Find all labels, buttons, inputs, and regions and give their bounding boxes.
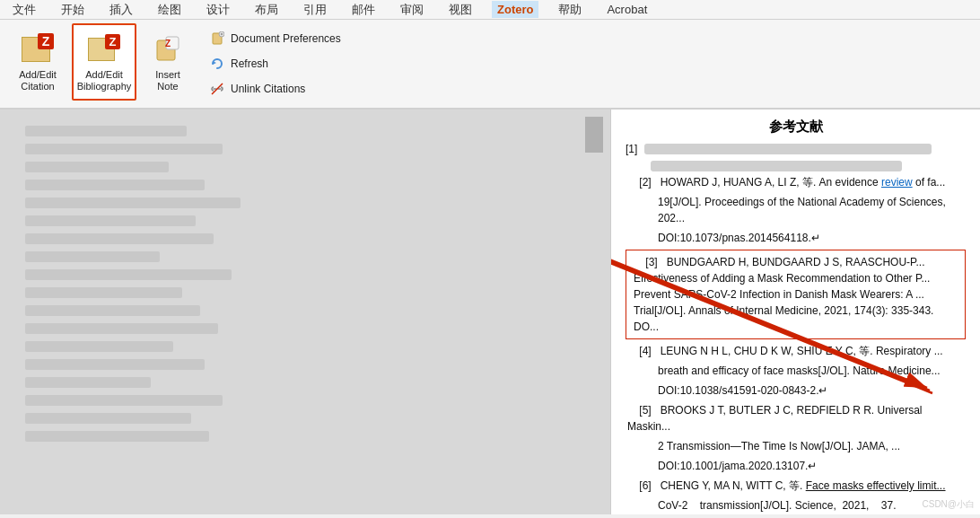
insert-note-icon: Z [150, 31, 186, 67]
ref-item-3-highlight: [3] BUNDGAARD H, BUNDGAARD J S, RAASCHOU… [626, 250, 966, 339]
menu-file[interactable]: 文件 [7, 0, 41, 20]
menu-insert[interactable]: 插入 [104, 0, 138, 20]
ref-review-link[interactable]: review [881, 176, 913, 189]
unlink-citations-button[interactable]: Unlink Citations [203, 77, 347, 101]
menu-bar: 文件 开始 插入 绘图 设计 布局 引用 邮件 审阅 视图 Zotero 帮助 … [0, 0, 980, 20]
ref-item-2-doi: DOI:10.1073/pnas.2014564118.↵ [626, 230, 966, 246]
menu-zotero[interactable]: Zotero [492, 1, 538, 18]
ref-item-5-line2: 2 Transmission—The Time Is Now[J/OL]. JA… [626, 438, 966, 454]
menu-acrobat[interactable]: Acrobat [601, 1, 652, 18]
unlink-citations-icon [209, 81, 225, 97]
refresh-button[interactable]: Refresh [203, 52, 347, 75]
ref-item-3-line4: Trial[J/OL]. Annals of Internal Medicine… [632, 303, 959, 335]
document-preferences-button[interactable]: Document Preferences [203, 27, 347, 50]
ref-item-4-line2: breath and efficacy of face masks[J/OL].… [626, 363, 966, 379]
ref-item-5-line1: [5] BROOKS J T, BUTLER J C, REDFIELD R R… [626, 402, 966, 435]
ref-item-6-line2: CoV-2 transmission[J/OL]. Science, 2021,… [626, 497, 966, 514]
menu-reference[interactable]: 引用 [298, 0, 332, 20]
insert-note-button[interactable]: Z InsertNote [144, 23, 192, 101]
insert-note-label: InsertNote [155, 69, 180, 92]
document-sidebar [0, 110, 610, 514]
ref-item-2: [2] HOWARD J, HUANG A, LI Z, 等. An evide… [626, 174, 966, 190]
ref-item-4-doi: DOI:10.1038/s41591-020-0843-2.↵ [626, 382, 966, 399]
ref-item-3-line1: [3] BUNDGAARD H, BUNDGAARD J S, RAASCHOU… [632, 254, 959, 270]
ribbon: Z Add/EditCitation Z Add/EditBibliograph… [0, 20, 980, 110]
menu-design[interactable]: 设计 [201, 0, 235, 20]
ref-item-2-cont: 19[J/OL]. Proceedings of the National Ac… [626, 194, 966, 226]
small-tools-group: Document Preferences Refresh Unlink Ci [199, 23, 351, 104]
ref-item-5-doi: DOI:10.1001/jama.2020.13107.↵ [626, 458, 966, 474]
unlink-citations-label: Unlink Citations [231, 83, 305, 95]
add-edit-citation-button[interactable]: Z Add/EditCitation [7, 23, 68, 101]
menu-mail[interactable]: 邮件 [346, 0, 381, 20]
menu-review[interactable]: 审阅 [395, 0, 429, 20]
document-area: 参考文献 [1] [2] HOWARD J, HUANG A, LI Z, 等.… [0, 110, 980, 514]
add-edit-citation-icon: Z [20, 31, 56, 67]
svg-marker-5 [213, 61, 216, 65]
add-edit-bibliography-label: Add/EditBibliography [77, 69, 132, 92]
ref-item-6-line1: [6] CHENG Y, MA N, WITT C, 等. Face masks… [626, 478, 966, 494]
add-edit-bibliography-icon: Z [86, 31, 122, 67]
menu-draw[interactable]: 绘图 [153, 0, 187, 20]
document-preferences-icon [209, 31, 225, 47]
ref-item-4-line1: [4] LEUNG N H L, CHU D K W, SHIU E Y C, … [626, 343, 966, 359]
menu-layout[interactable]: 布局 [249, 0, 284, 20]
ref-item-3-line3: Prevent SARS-CoV-2 Infection in Danish M… [632, 286, 959, 303]
ref-item-3-line2: Effectiveness of Adding a Mask Recommend… [632, 270, 959, 286]
menu-view[interactable]: 视图 [443, 0, 477, 20]
refresh-label: Refresh [231, 57, 268, 70]
watermark: CSDN@小白 [923, 498, 976, 511]
add-edit-citation-label: Add/EditCitation [19, 69, 57, 92]
menu-start[interactable]: 开始 [56, 0, 90, 20]
refresh-icon [209, 56, 225, 72]
svg-text:Z: Z [165, 39, 171, 48]
document-preferences-label: Document Preferences [231, 32, 341, 45]
ref-item-1: [1] [626, 143, 966, 155]
references-title: 参考文献 [626, 119, 966, 136]
add-edit-bibliography-button[interactable]: Z Add/EditBibliography [72, 23, 136, 101]
menu-help[interactable]: 帮助 [553, 0, 587, 20]
document-main: 参考文献 [1] [2] HOWARD J, HUANG A, LI Z, 等.… [610, 110, 980, 514]
